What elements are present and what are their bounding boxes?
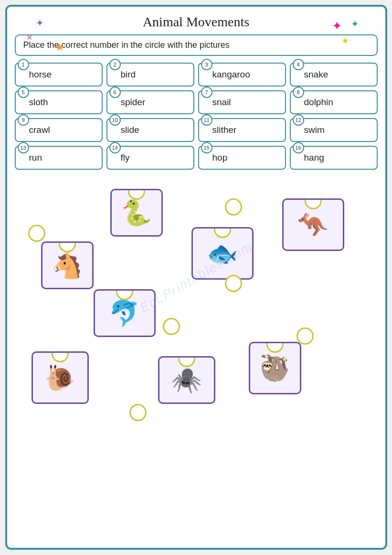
word-item: 7snail	[198, 90, 286, 114]
word-item: 5sloth	[15, 90, 103, 114]
word-text: fly	[121, 152, 130, 163]
animal-image: 🐟	[207, 241, 238, 266]
horse-pic: 🐴	[41, 241, 94, 289]
word-grid: 1horse2bird3kangaroo4snake5sloth6spider7…	[15, 63, 378, 170]
word-text: kangaroo	[212, 69, 250, 80]
card-answer-circle[interactable]	[178, 356, 195, 367]
word-item: 16hang	[290, 146, 378, 170]
word-item: 2bird	[106, 63, 194, 87]
fish-pic: 🐟	[191, 227, 254, 280]
answer-circle[interactable]	[129, 404, 147, 421]
word-text: slither	[212, 125, 237, 135]
word-number: 15	[201, 142, 212, 153]
dolphin-pic: 🐬	[94, 289, 156, 337]
word-item: 14fly	[106, 146, 194, 170]
word-item: 10slide	[106, 118, 194, 142]
answer-circle[interactable]	[225, 198, 242, 216]
word-text: spider	[121, 97, 146, 108]
snake-pic: 🐍	[110, 189, 163, 237]
card-answer-circle[interactable]	[52, 351, 69, 362]
animal-image: 🕷️	[171, 368, 202, 392]
card-answer-circle[interactable]	[116, 289, 133, 300]
word-text: swim	[304, 125, 325, 135]
word-number: 13	[18, 142, 29, 153]
word-item: 12swim	[290, 118, 378, 142]
word-number: 2	[109, 59, 121, 70]
word-item: 13run	[15, 146, 103, 170]
animal-image: 🐴	[52, 253, 83, 278]
word-item: 11slither	[198, 118, 286, 142]
page-title: Animal Movements	[15, 14, 378, 30]
card-answer-circle[interactable]	[128, 189, 145, 200]
animal-image: 🐍	[121, 200, 152, 225]
card-answer-circle[interactable]	[59, 241, 76, 252]
instruction-text: Place the correct number in the circle w…	[23, 40, 230, 50]
animal-image: 🐬	[109, 301, 140, 326]
word-text: bird	[121, 69, 136, 80]
word-text: sloth	[29, 97, 48, 108]
word-number: 3	[201, 59, 212, 70]
animal-image: 🦥	[259, 356, 290, 381]
word-item: 3kangaroo	[198, 63, 286, 87]
word-number: 7	[201, 87, 212, 98]
animal-image: 🐌	[44, 365, 75, 390]
word-number: 12	[293, 114, 304, 126]
main-page: EcLPrintables.com Animal Movements ✦✕★✦✦…	[5, 5, 387, 550]
word-number: 9	[18, 114, 29, 126]
word-number: 5	[18, 87, 29, 98]
word-text: run	[29, 152, 42, 163]
answer-circle[interactable]	[163, 318, 180, 335]
word-number: 1	[18, 59, 29, 70]
word-number: 8	[293, 87, 304, 98]
word-number: 11	[201, 114, 212, 126]
word-number: 16	[293, 142, 304, 153]
instruction-box: Place the correct number in the circle w…	[15, 34, 378, 56]
word-text: horse	[29, 69, 52, 80]
word-text: crawl	[29, 125, 50, 135]
kangaroo-pic: 🦘	[282, 198, 344, 251]
word-item: 9crawl	[15, 118, 103, 142]
word-number: 10	[109, 114, 121, 126]
word-number: 6	[109, 87, 121, 98]
card-answer-circle[interactable]	[305, 198, 322, 209]
word-item: 8dolphin	[290, 90, 378, 114]
snail-pic: 🐌	[32, 351, 89, 404]
word-number: 14	[109, 142, 121, 153]
card-answer-circle[interactable]	[214, 227, 231, 238]
word-text: snake	[304, 69, 328, 80]
sloth-pic: 🦥	[249, 342, 301, 394]
word-item: 6spider	[106, 90, 194, 114]
word-item: 15hop	[198, 146, 286, 170]
card-answer-circle[interactable]	[266, 342, 284, 353]
word-text: slide	[121, 125, 139, 135]
answer-circle[interactable]	[28, 225, 45, 242]
word-number: 4	[293, 59, 304, 70]
spider-pic: 🕷️	[158, 356, 215, 404]
animal-image: 🦘	[297, 212, 328, 237]
pictures-area: 🐍🦘🐴🐟🐬🐌🕷️🦥	[15, 179, 378, 418]
word-item: 1horse	[15, 63, 103, 87]
word-text: hop	[212, 152, 228, 163]
answer-circle[interactable]	[225, 275, 242, 292]
word-item: 4snake	[290, 63, 378, 87]
word-text: dolphin	[304, 97, 333, 108]
word-text: hang	[304, 152, 324, 163]
word-text: snail	[212, 97, 231, 108]
answer-circle[interactable]	[297, 327, 314, 345]
